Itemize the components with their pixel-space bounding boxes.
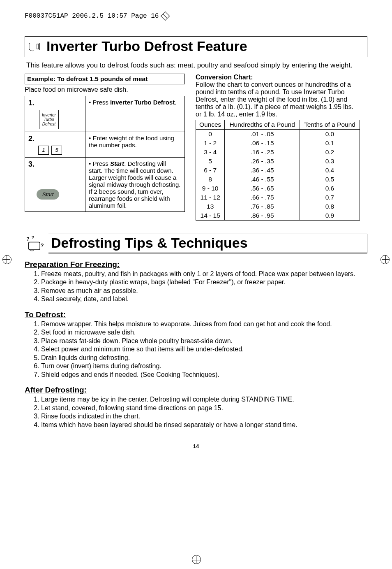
- crop-cross-icon: [382, 255, 389, 263]
- list-item: Seal securely, date, and label.: [41, 295, 367, 303]
- two-column-layout: Example: To defrost 1.5 pounds of meat P…: [25, 74, 367, 221]
- table-cell: .86 - .95: [225, 211, 300, 221]
- table-header: Hundredths of a Pound: [225, 120, 300, 130]
- list-item: Let stand, covered, following stand time…: [41, 404, 367, 412]
- tips-title: Defrosting Tips & Techniques: [48, 234, 367, 253]
- list-item: Set food in microwave safe dish.: [41, 328, 367, 337]
- table-cell: 6 - 7: [196, 166, 225, 175]
- example-subtitle: Place food on microwave safe dish.: [25, 86, 185, 93]
- print-header: F00037C51AP 2006.2.5 10:57 Page 16: [25, 12, 367, 20]
- table-row: 13.76 - .850.8: [196, 202, 360, 211]
- table-header-text: Hundredths of a Pound: [229, 121, 295, 128]
- table-body: 0.01 - .050.01 - 2.06 - .150.13 - 4.16 -…: [196, 130, 360, 221]
- table-header-row: Ounces Hundredths of a Pound Tenths of a…: [196, 120, 360, 130]
- table-cell: 1 - 2: [196, 139, 225, 148]
- table-cell: .26 - .35: [225, 157, 300, 166]
- svg-text:?: ?: [32, 235, 35, 240]
- table-header: Tenths of a Pound: [300, 120, 360, 130]
- table-cell: .76 - .85: [225, 202, 300, 211]
- table-row: 6 - 7.36 - .450.4: [196, 166, 360, 175]
- list-item: Remove wrapper. This helps moisture to e…: [41, 320, 367, 328]
- table-cell: 0.5: [300, 175, 360, 184]
- list-item: Large items may be icy in the center. De…: [41, 395, 367, 404]
- number-pad-button[interactable]: 1: [38, 146, 49, 155]
- table-cell: 0.2: [300, 148, 360, 157]
- step-text-bolditalic: Start: [110, 160, 124, 167]
- step-number: 2.: [28, 135, 82, 143]
- table-cell: 0.7: [300, 193, 360, 202]
- list-item: Package in heavy-duty plastic wraps, bag…: [41, 278, 367, 286]
- defrost-list: Remove wrapper. This helps moisture to e…: [25, 320, 367, 379]
- step-text-prefix: • Press: [89, 99, 110, 106]
- table-cell: 11 - 12: [196, 193, 225, 202]
- table-cell: .36 - .45: [225, 166, 300, 175]
- page-number: 14: [25, 443, 367, 449]
- step-text-suffix: . Defrosting will start. The time will c…: [89, 160, 180, 209]
- tips-icon: ? ? ?: [25, 235, 46, 253]
- start-button[interactable]: Start: [37, 189, 59, 200]
- microwave-icon: [28, 41, 42, 52]
- table-cell: 0.9: [300, 211, 360, 221]
- table-cell: 5: [196, 157, 225, 166]
- list-item: Freeze meats, poultry, and fish in packa…: [41, 270, 367, 278]
- prep-list: Freeze meats, poultry, and fish in packa…: [25, 270, 367, 304]
- intro-text: This feature allows you to defrost foods…: [26, 61, 366, 70]
- after-list: Large items may be icy in the center. De…: [25, 395, 367, 429]
- table-cell: 0.8: [300, 202, 360, 211]
- list-item: Place roasts fat-side down. Place whole …: [41, 337, 367, 345]
- table-cell: 13: [196, 202, 225, 211]
- print-header-text: F00037C51AP 2006.2.5 10:57 Page 16: [25, 12, 159, 20]
- table-cell: 0.0: [300, 130, 360, 139]
- chart-description: Follow the chart to convert ounces or hu…: [196, 81, 360, 118]
- table-header-text: Tenths of a Pound: [304, 121, 355, 128]
- table-row: 5.26 - .350.3: [196, 157, 360, 166]
- section-title-box: Inverter Turbo Defrost Feature: [25, 36, 367, 57]
- table-row: 0.01 - .050.0: [196, 130, 360, 139]
- table-header: Ounces: [196, 120, 225, 130]
- steps-table: 1. Inverter Turbo Defrost • Press Invert…: [25, 96, 185, 212]
- table-cell: .01 - .05: [225, 130, 300, 139]
- table-row: 8.46 - .550.5: [196, 175, 360, 184]
- step-row: 1. Inverter Turbo Defrost • Press Invert…: [25, 96, 185, 132]
- table-cell: 0: [196, 130, 225, 139]
- table-cell: 9 - 10: [196, 184, 225, 193]
- step-text-suffix: .: [175, 99, 176, 106]
- table-cell: .06 - .15: [225, 139, 300, 148]
- page: F00037C51AP 2006.2.5 10:57 Page 16 Inver…: [0, 0, 392, 569]
- defrost-heading: To Defrost:: [25, 310, 367, 319]
- svg-rect-4: [29, 242, 40, 250]
- list-item: Select power and minimum time so that it…: [41, 345, 367, 353]
- svg-text:?: ?: [26, 236, 30, 242]
- section-title: Inverter Turbo Defrost Feature: [46, 38, 247, 54]
- left-column: Example: To defrost 1.5 pounds of meat P…: [25, 74, 185, 212]
- list-item: Drain liquids during defrosting.: [41, 354, 367, 362]
- table-row: 11 - 12.66 - .750.7: [196, 193, 360, 202]
- chart-title: Conversion Chart:: [196, 74, 360, 81]
- table-cell: 0.3: [300, 157, 360, 166]
- example-title: Example: To defrost 1.5 pounds of meat: [25, 74, 185, 84]
- list-item: Items which have been layered should be …: [41, 421, 367, 429]
- crop-cross-icon: [3, 255, 10, 263]
- step-num-cell: 2. 1 5: [25, 132, 85, 158]
- step-row: 2. 1 5 • Enter weight of the food using …: [25, 132, 185, 158]
- number-pad-button[interactable]: 5: [51, 146, 62, 155]
- table-cell: 0.4: [300, 166, 360, 175]
- tips-section-header: ? ? ? Defrosting Tips & Techniques: [25, 234, 367, 253]
- inverter-turbo-defrost-button[interactable]: Inverter Turbo Defrost: [39, 110, 59, 129]
- right-column: Conversion Chart: Follow the chart to co…: [196, 74, 360, 221]
- table-cell: 14 - 15: [196, 211, 225, 221]
- step-num-cell: 1. Inverter Turbo Defrost: [25, 96, 85, 132]
- list-item: Shield edges and ends if needed. (See Co…: [41, 371, 367, 379]
- crop-mark-icon: [161, 12, 170, 21]
- table-cell: .66 - .75: [225, 193, 300, 202]
- step-text-bold: Inverter Turbo Defrost: [110, 99, 175, 106]
- table-row: 3 - 4.16 - .250.2: [196, 148, 360, 157]
- step-text-prefix: • Press: [89, 160, 110, 167]
- step-text-cell: • Press Inverter Turbo Defrost.: [85, 96, 185, 132]
- svg-rect-1: [37, 44, 38, 49]
- list-item: Remove as much air as possible.: [41, 287, 367, 295]
- table-cell: 0.6: [300, 184, 360, 193]
- table-cell: .16 - .25: [225, 148, 300, 157]
- after-heading: After Defrosting:: [25, 386, 367, 395]
- table-row: 1 - 2.06 - .150.1: [196, 139, 360, 148]
